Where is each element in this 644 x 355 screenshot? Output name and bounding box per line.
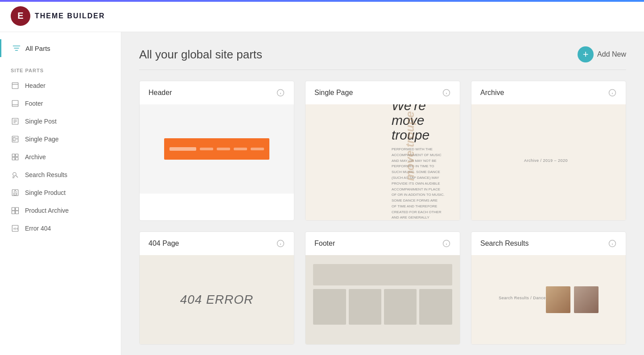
svg-rect-16 [16, 154, 18, 157]
svg-rect-17 [12, 157, 15, 160]
info-icon-search-results[interactable] [608, 239, 617, 248]
svg-rect-18 [16, 157, 18, 160]
card-404[interactable]: 404 Page 404 ERROR [139, 231, 294, 345]
search-results-preview: Search Results / Dance [471, 255, 626, 344]
svg-rect-12 [13, 137, 16, 141]
sidebar-item-single-product[interactable]: Single Product [0, 184, 121, 202]
svg-rect-3 [12, 83, 18, 89]
sidebar-item-error-404[interactable]: 404 Error 404 [0, 219, 121, 237]
card-title-single-page: Single Page [314, 89, 353, 97]
all-parts-label: All Parts [25, 45, 50, 52]
nav-item-4 [251, 148, 264, 150]
sidebar-label-archive: Archive [25, 153, 46, 161]
header-card-preview [140, 104, 294, 194]
footer-icon [11, 99, 20, 108]
card-footer-bar: Footer [305, 232, 460, 255]
top-accent [0, 0, 644, 2]
info-icon-footer[interactable] [442, 239, 451, 248]
archive-header-text: Archive / 2019 – 2020 [524, 158, 568, 163]
card-footer[interactable]: Footer [305, 231, 460, 345]
card-title-404: 404 Page [149, 239, 179, 248]
card-archive[interactable]: Archive Archive / 2019 – 2020 BRING ME H… [471, 81, 626, 221]
single-post-icon [11, 117, 20, 126]
sidebar-item-footer[interactable]: Footer [0, 95, 121, 112]
info-icon-single-page[interactable] [442, 88, 451, 97]
sidebar-item-header[interactable]: Header [0, 77, 121, 95]
single-page-preview: We'removetroupe PERFORMED WITH THE ACCOM… [305, 104, 460, 220]
footer-preview [305, 255, 460, 344]
card-archive-bar: Archive [471, 81, 626, 104]
filter-icon [12, 44, 21, 53]
sidebar-item-product-archive[interactable]: Product Archive [0, 202, 121, 219]
header-nav [200, 148, 264, 150]
add-new-label: Add New [597, 50, 626, 58]
sidebar-label-single-post: Single Post [25, 118, 57, 125]
topbar: E THEME BUILDER [0, 0, 644, 32]
card-title-archive: Archive [480, 89, 504, 97]
card-single-page[interactable]: Single Page We'removetroupe PERFORMED WI… [305, 81, 460, 221]
sidebar-item-all-parts[interactable]: All Parts [0, 39, 121, 57]
search-results-body [546, 286, 599, 313]
search-results-icon [11, 170, 20, 179]
404-text: 404 ERROR [180, 293, 254, 307]
card-title-search-results: Search Results [480, 239, 529, 248]
sidebar-label-footer: Footer [25, 100, 43, 107]
sidebar-label-header: Header [25, 82, 45, 89]
cards-grid: Header [139, 81, 626, 345]
logo-icon: E [11, 6, 30, 26]
archive-preview: Archive / 2019 – 2020 BRING ME HOME ARE … [471, 104, 626, 220]
single-page-body: PERFORMED WITH THE ACCOMPANIMENT OF MUSI… [392, 147, 451, 220]
single-page-heading: We'removetroupe [392, 104, 451, 142]
svg-rect-27 [12, 211, 15, 214]
sidebar-item-search-results[interactable]: Search Results [0, 166, 121, 184]
archive-icon [11, 153, 20, 161]
card-search-results[interactable]: Search Results Search Results / Dance [471, 231, 626, 345]
card-header[interactable]: Header [139, 81, 294, 221]
svg-rect-24 [14, 193, 17, 195]
info-icon-404[interactable] [276, 239, 285, 248]
add-new-button[interactable]: + Add New [578, 46, 626, 62]
sidebar-label-single-page: Single Page [25, 136, 59, 143]
sidebar-item-single-page[interactable]: Single Page [0, 130, 121, 148]
svg-rect-15 [12, 154, 15, 157]
sidebar-label-single-product: Single Product [25, 189, 66, 196]
single-page-icon [11, 135, 20, 144]
404-preview: 404 ERROR [140, 255, 294, 344]
content-area: All your global site parts + Add New Hea… [121, 32, 644, 355]
header-logo-block [169, 147, 196, 151]
sr-image-1 [546, 286, 570, 313]
info-icon-header[interactable] [276, 88, 285, 97]
app-name: THEME BUILDER [35, 12, 105, 20]
logo: E THEME BUILDER [11, 6, 105, 26]
sidebar-label-error-404: Error 404 [25, 225, 51, 232]
footer-inner [313, 264, 452, 335]
card-search-results-bar: Search Results [471, 232, 626, 255]
svg-text:404: 404 [13, 227, 18, 230]
info-icon-archive[interactable] [608, 88, 617, 97]
search-results-header-text: Search Results / Dance [499, 296, 546, 300]
archive-grid: BRING ME HOME ARE TWO WORDS OF AM BY ME … [568, 115, 573, 210]
svg-rect-28 [16, 211, 19, 214]
card-404-bar: 404 Page [140, 232, 294, 255]
page-title: All your global site parts [139, 48, 262, 62]
nav-item-3 [234, 148, 247, 150]
nav-item-2 [217, 148, 230, 150]
sr-image-2 [574, 286, 599, 313]
card-single-page-bar: Single Page [305, 81, 460, 104]
card-title-footer: Footer [314, 239, 335, 248]
header-icon [11, 81, 20, 90]
sidebar-label-search-results: Search Results [25, 171, 67, 178]
site-parts-section-label: SITE PARTS [0, 68, 121, 73]
header-orange-bar [164, 138, 269, 160]
nav-item-1 [200, 148, 213, 150]
main-layout: All Parts SITE PARTS Header Footer [0, 32, 644, 355]
sidebar-item-archive[interactable]: Archive [0, 148, 121, 166]
error-404-icon: 404 [11, 224, 20, 233]
content-header: All your global site parts + Add New [139, 46, 626, 70]
card-title-header: Header [149, 89, 172, 97]
svg-rect-5 [12, 100, 18, 107]
single-page-text: We'removetroupe PERFORMED WITH THE ACCOM… [383, 104, 460, 220]
svg-rect-26 [16, 207, 19, 211]
sidebar-item-single-post[interactable]: Single Post [0, 112, 121, 130]
sidebar: All Parts SITE PARTS Header Footer [0, 32, 121, 355]
